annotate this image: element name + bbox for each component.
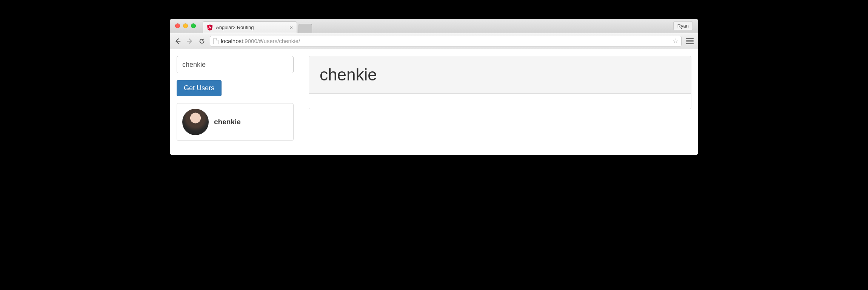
username-input[interactable]	[177, 56, 294, 73]
minimize-window-button[interactable]	[183, 23, 188, 28]
url-text: localhost:9000/#/users/chenkie/	[221, 38, 670, 44]
panel-title: chenkie	[320, 65, 680, 84]
page-icon	[213, 38, 219, 44]
new-tab-button[interactable]	[299, 24, 312, 33]
tab-title: Angular2 Routing	[216, 25, 286, 30]
forward-button[interactable]	[186, 38, 193, 45]
window-controls	[175, 23, 196, 28]
browser-titlebar: Angular2 Routing × Ryan	[170, 19, 698, 33]
close-tab-icon[interactable]: ×	[289, 24, 293, 31]
avatar	[182, 109, 209, 135]
panel-body	[309, 94, 691, 109]
bookmark-star-icon[interactable]: ☆	[673, 37, 678, 45]
angular-icon	[207, 25, 213, 31]
url-host: localhost	[221, 38, 243, 44]
address-bar[interactable]: localhost:9000/#/users/chenkie/ ☆	[210, 36, 682, 46]
user-result-card[interactable]: chenkie	[177, 103, 294, 141]
panel-heading: chenkie	[309, 56, 691, 94]
browser-toolbar: localhost:9000/#/users/chenkie/ ☆	[170, 33, 698, 49]
browser-tab[interactable]: Angular2 Routing ×	[203, 22, 297, 33]
page-content: Get Users chenkie chenkie	[170, 49, 698, 155]
detail-panel: chenkie	[309, 56, 691, 109]
nav-buttons	[174, 38, 205, 45]
reload-button[interactable]	[199, 38, 205, 45]
browser-window: Angular2 Routing × Ryan localhost:9000/#…	[170, 19, 698, 155]
maximize-window-button[interactable]	[191, 23, 196, 28]
get-users-button[interactable]: Get Users	[177, 80, 222, 96]
sidebar: Get Users chenkie	[177, 56, 294, 148]
url-path: :9000/#/users/chenkie/	[243, 38, 300, 44]
profile-button[interactable]: Ryan	[673, 22, 693, 30]
user-result-name: chenkie	[214, 118, 241, 126]
main-panel: chenkie	[309, 56, 691, 148]
menu-button[interactable]	[686, 38, 694, 44]
close-window-button[interactable]	[175, 23, 180, 28]
back-button[interactable]	[174, 38, 181, 45]
